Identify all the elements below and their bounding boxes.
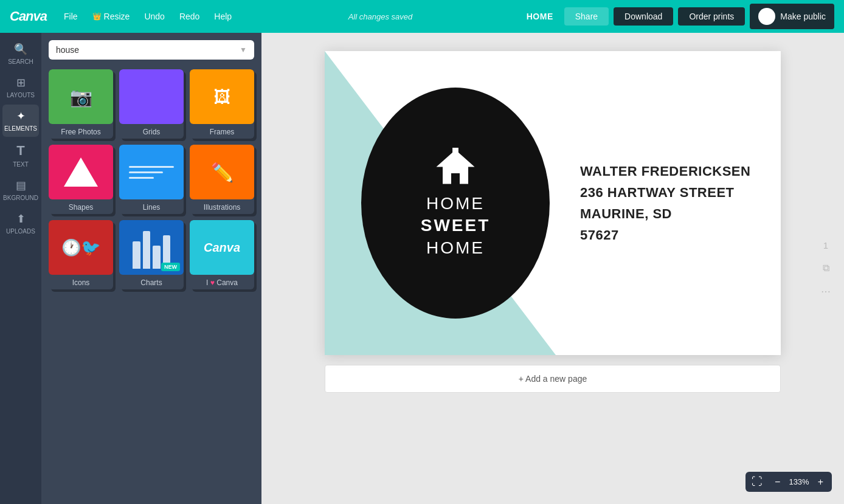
- zoom-level: 133%: [789, 477, 809, 486]
- camera-icon: 📷: [70, 86, 92, 108]
- file-menu[interactable]: File: [60, 9, 81, 24]
- search-box[interactable]: ▼: [49, 40, 254, 60]
- icons-thumb-icon: 🕐🐦: [61, 238, 100, 257]
- lines-label: Lines: [143, 203, 161, 214]
- sidebar-item-elements[interactable]: ✦ ELEMENTS: [2, 105, 39, 137]
- sidebar-item-layouts-label: LAYOUTS: [7, 92, 35, 98]
- element-card-charts[interactable]: NEW Charts: [119, 220, 184, 289]
- sidebar-item-layouts[interactable]: ⊞ LAYOUTS: [2, 71, 39, 103]
- illustrations-label: Illustrations: [204, 203, 241, 214]
- element-card-free-photos[interactable]: 📷 Free Photos: [49, 69, 113, 139]
- house-icon: [434, 147, 477, 187]
- svg-rect-1: [452, 148, 458, 156]
- sidebar-item-background-label: BKGROUND: [3, 195, 38, 201]
- address-zip: 57627: [580, 224, 781, 246]
- lines-icon: [119, 159, 184, 186]
- element-thumb-lines: [119, 145, 184, 199]
- uploads-icon: ⬆: [16, 212, 26, 226]
- grids-label: Grids: [143, 128, 161, 139]
- canva-brand-icon: Canva: [204, 241, 240, 255]
- element-card-lines[interactable]: Lines: [119, 145, 184, 214]
- share-button[interactable]: Share: [564, 7, 609, 26]
- canva-logo[interactable]: Canva: [10, 9, 47, 24]
- home-button[interactable]: HOME: [521, 8, 559, 25]
- background-icon: ▤: [16, 179, 26, 192]
- elements-icon: ✦: [16, 109, 26, 123]
- element-thumb-canva: Canva: [190, 220, 254, 275]
- sidebar-item-search-label: SEARCH: [8, 58, 33, 65]
- address-name: WALTER FREDERICKSEN: [580, 161, 781, 182]
- address-block: WALTER FREDERICKSEN 236 HARTWAY STREET M…: [556, 51, 781, 355]
- zoom-out-button[interactable]: −: [772, 477, 783, 488]
- element-card-illustrations[interactable]: ✏️ Illustrations: [190, 145, 254, 214]
- element-card-shapes[interactable]: Shapes: [49, 145, 113, 214]
- free-photos-label: Free Photos: [61, 128, 100, 139]
- frame-icon: 🖼: [213, 87, 230, 107]
- search-icon: 🔍: [14, 43, 27, 56]
- icons-label: Icons: [72, 278, 90, 289]
- triangle-icon: [64, 157, 98, 187]
- sidebar-item-uploads[interactable]: ⬆ UPLOADS: [2, 207, 39, 240]
- new-badge: NEW: [161, 263, 180, 271]
- element-thumb-charts: NEW: [119, 220, 184, 275]
- shapes-label: Shapes: [69, 203, 94, 214]
- black-circle-element[interactable]: HOME SWEET HOME: [361, 88, 550, 319]
- element-thumb-icons: 🕐🐦: [49, 220, 113, 275]
- copy-icon[interactable]: ⧉: [823, 263, 829, 274]
- chevron-down-icon: ▼: [240, 46, 247, 54]
- grid-icon: [143, 71, 160, 122]
- element-grid: 📷 Free Photos Grids: [49, 69, 254, 289]
- page-number-label: 1: [823, 240, 828, 250]
- page-options-icon[interactable]: ⋯: [821, 286, 831, 297]
- top-navigation: Canva File 👑 Resize Undo Redo Help All c…: [0, 0, 844, 33]
- element-card-canva[interactable]: Canva I ♥ Canva: [190, 220, 254, 289]
- element-thumb-illustrations: ✏️: [190, 145, 254, 199]
- zoom-controls: ⛶ − 133% +: [745, 472, 832, 492]
- download-button[interactable]: Download: [614, 7, 673, 26]
- order-prints-button[interactable]: Order prints: [678, 7, 745, 26]
- fullscreen-icon[interactable]: ⛶: [752, 475, 763, 488]
- home-sweet-home-text: HOME SWEET HOME: [421, 193, 491, 259]
- sidebar-item-background[interactable]: ▤ BKGROUND: [2, 174, 39, 206]
- element-card-frames[interactable]: 🖼 Frames: [190, 69, 254, 139]
- design-canvas[interactable]: HOME SWEET HOME WALTER FREDERICKSEN 236 …: [325, 51, 781, 355]
- sidebar-item-uploads-label: UPLOADS: [6, 228, 35, 235]
- pencil-icon: ✏️: [211, 162, 233, 183]
- element-card-icons[interactable]: 🕐🐦 Icons: [49, 220, 113, 289]
- i-love-canva-label: I ♥ Canva: [206, 278, 238, 289]
- frames-label: Frames: [210, 128, 235, 139]
- crown-icon: 👑: [92, 12, 102, 21]
- element-thumb-frames: 🖼: [190, 69, 254, 124]
- charts-label: Charts: [140, 278, 162, 289]
- page-controls: 1 ⧉ ⋯: [821, 240, 831, 297]
- help-menu[interactable]: Help: [210, 9, 235, 24]
- resize-menu[interactable]: 👑 Resize: [89, 9, 134, 24]
- sidebar-item-text[interactable]: T TEXT: [2, 138, 39, 173]
- home-line3: HOME: [421, 237, 491, 259]
- undo-menu[interactable]: Undo: [140, 9, 168, 24]
- avatar: [758, 8, 775, 25]
- home-line1: HOME: [421, 193, 491, 215]
- redo-menu[interactable]: Redo: [176, 9, 203, 24]
- text-icon: T: [16, 143, 24, 159]
- element-thumb-free-photos: 📷: [49, 69, 113, 124]
- add-page-button[interactable]: + Add a new page: [325, 365, 781, 393]
- search-input[interactable]: [56, 45, 235, 55]
- saved-status: All changes saved: [247, 12, 513, 21]
- sidebar-item-text-label: TEXT: [13, 161, 29, 168]
- icon-sidebar: 🔍 SEARCH ⊞ LAYOUTS ✦ ELEMENTS T TEXT ▤ B…: [0, 33, 41, 504]
- element-thumb-shapes: [49, 145, 113, 199]
- sidebar-item-elements-label: ELEMENTS: [4, 125, 37, 132]
- elements-panel: ▼ 📷 Free Photos: [41, 33, 261, 504]
- heart-icon: ♥: [210, 278, 215, 287]
- make-public-button[interactable]: Make public: [750, 4, 834, 29]
- address-city-state: MAURINE, SD: [580, 203, 781, 224]
- sidebar-item-search[interactable]: 🔍 SEARCH: [2, 38, 39, 70]
- home-line2: SWEET: [421, 215, 491, 236]
- element-thumb-grids: [119, 69, 184, 124]
- element-card-grids[interactable]: Grids: [119, 69, 184, 139]
- canvas-area: HOME SWEET HOME WALTER FREDERICKSEN 236 …: [261, 33, 844, 504]
- layouts-icon: ⊞: [16, 76, 26, 89]
- zoom-in-button[interactable]: +: [815, 477, 826, 488]
- nav-right-actions: HOME Share Download Order prints Make pu…: [521, 4, 834, 29]
